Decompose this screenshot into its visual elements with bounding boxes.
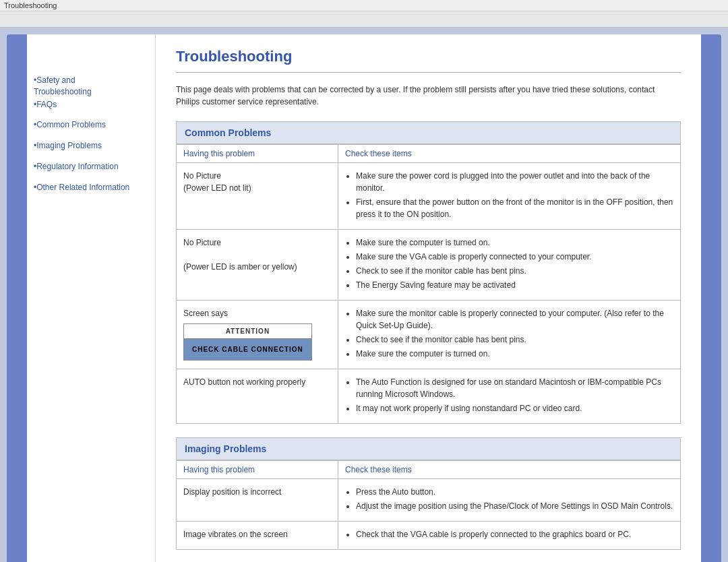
left-accent-bar: [7, 34, 27, 562]
attention-header: ATTENTION: [184, 324, 311, 339]
check-item: First, ensure that the power button on t…: [356, 196, 673, 220]
problem-cell: Screen says ATTENTION CHECK CABLE CONNEC…: [177, 301, 338, 369]
check-item: Make sure the computer is turned on.: [356, 237, 673, 249]
table-row: AUTO button not working properly The Aut…: [177, 369, 681, 424]
main-layout: •Safety andTroubleshooting •FAQs •Common…: [0, 28, 728, 562]
check-item: The Energy Saving feature may be activat…: [356, 279, 673, 291]
attention-body: CHECK CABLE CONNECTION: [184, 339, 311, 360]
imaging-problems-header: Imaging Problems: [176, 437, 681, 460]
sidebar-nav: •Safety andTroubleshooting •FAQs •Common…: [34, 75, 148, 197]
col-check-items-img: Check these items: [338, 461, 681, 479]
col-check-items: Check these items: [338, 145, 681, 163]
problem-cell: Image vibrates on the screen: [177, 522, 338, 550]
right-accent-bar: [701, 34, 721, 562]
sidebar-link-faqs[interactable]: •FAQs: [34, 99, 148, 111]
check-item: Adjust the image position using the Phas…: [356, 500, 673, 512]
problem-cell: AUTO button not working properly: [177, 369, 338, 424]
sidebar-link-common-problems[interactable]: •Common Problems: [34, 119, 148, 131]
title-divider: [176, 72, 681, 73]
col-having-problem: Having this problem: [177, 145, 338, 163]
check-item: Check to see if the monitor cable has be…: [356, 334, 673, 346]
imaging-section: Imaging Problems Having this problem Che…: [176, 437, 681, 550]
browser-chrome: [0, 11, 728, 28]
check-cell: Make sure the monitor cable is properly …: [338, 301, 681, 369]
sidebar-group-imaging: •Imaging Problems: [34, 140, 148, 152]
page-title: Troubleshooting: [176, 48, 681, 65]
sidebar-link-regulatory[interactable]: •Regulatory Information: [34, 161, 148, 173]
table-row: Screen says ATTENTION CHECK CABLE CONNEC…: [177, 301, 681, 369]
check-item: The Auto Function is designed for use on…: [356, 376, 673, 400]
check-item: Make sure the power cord is plugged into…: [356, 170, 673, 194]
col-having-problem-img: Having this problem: [177, 461, 338, 479]
imaging-problems-table: Having this problem Check these items Di…: [176, 460, 681, 550]
check-cell: The Auto Function is designed for use on…: [338, 369, 681, 424]
check-item: Make sure the VGA cable is properly conn…: [356, 251, 673, 263]
check-cell: Make sure the computer is turned on. Mak…: [338, 230, 681, 301]
check-cell: Press the Auto button. Adjust the image …: [338, 479, 681, 522]
check-cell: Make sure the power cord is plugged into…: [338, 163, 681, 230]
attention-box: ATTENTION CHECK CABLE CONNECTION: [183, 323, 312, 361]
sidebar-group-common: •Common Problems: [34, 119, 148, 131]
check-item: Check that the VGA cable is properly con…: [356, 528, 673, 540]
table-row: Image vibrates on the screen Check that …: [177, 522, 681, 550]
sidebar-group-regulatory: •Regulatory Information: [34, 161, 148, 173]
check-item: Make sure the computer is turned on.: [356, 348, 673, 360]
table-row: No Picture(Power LED not lit) Make sure …: [177, 163, 681, 230]
intro-text: This page deals with problems that can b…: [176, 84, 681, 108]
check-item: It may not work properly if using nonsta…: [356, 402, 673, 414]
sidebar-group-other: •Other Related Information: [34, 182, 148, 193]
problem-cell: No Picture(Power LED not lit): [177, 163, 338, 230]
title-bar: Troubleshooting: [0, 0, 728, 11]
sidebar: •Safety andTroubleshooting •FAQs •Common…: [27, 34, 155, 562]
check-item: Make sure the monitor cable is properly …: [356, 307, 673, 332]
table-row: No Picture(Power LED is amber or yellow)…: [177, 230, 681, 301]
content-area: Troubleshooting This page deals with pro…: [155, 34, 701, 562]
common-problems-header: Common Problems: [176, 121, 681, 144]
sidebar-link-other[interactable]: •Other Related Information: [34, 182, 148, 193]
sidebar-group-safety: •Safety andTroubleshooting •FAQs: [34, 75, 148, 110]
title-bar-text: Troubleshooting: [4, 1, 57, 9]
sidebar-link-safety[interactable]: •Safety andTroubleshooting: [34, 75, 148, 98]
check-cell: Check that the VGA cable is properly con…: [338, 522, 681, 550]
check-item: Check to see if the monitor cable has be…: [356, 265, 673, 277]
problem-cell: Display position is incorrect: [177, 479, 338, 522]
common-problems-table: Having this problem Check these items No…: [176, 144, 681, 424]
check-item: Press the Auto button.: [356, 486, 673, 498]
table-row: Display position is incorrect Press the …: [177, 479, 681, 522]
sidebar-link-imaging-problems[interactable]: •Imaging Problems: [34, 140, 148, 152]
problem-cell: No Picture(Power LED is amber or yellow): [177, 230, 338, 301]
